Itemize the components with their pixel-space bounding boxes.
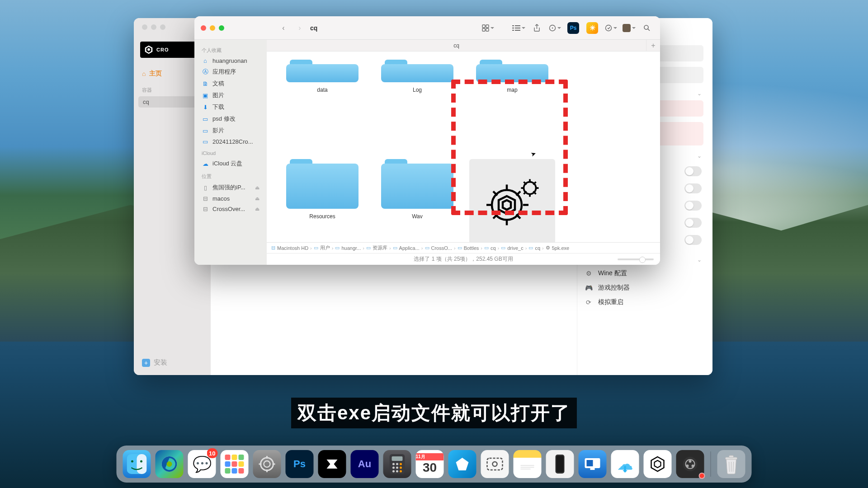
svg-point-54 — [689, 460, 692, 463]
view-mode-icon[interactable] — [481, 22, 495, 34]
dock-crossover[interactable] — [644, 450, 672, 478]
svg-rect-0 — [482, 25, 485, 28]
disk-icon: ⊟ — [202, 195, 209, 202]
folder-icon: ▭ — [425, 245, 429, 251]
sidebar-item-iphone[interactable]: ▯焦国强的iP...⏏ — [194, 182, 267, 193]
file-item-data[interactable]: data — [275, 56, 370, 155]
dock-capcut[interactable] — [318, 450, 346, 478]
zoom-slider[interactable] — [618, 258, 654, 260]
exe-icon — [469, 159, 555, 242]
dock-audition[interactable]: Au — [351, 450, 379, 478]
dock-launchpad[interactable] — [221, 450, 249, 478]
dock-trash[interactable] — [717, 450, 745, 478]
dock-separator — [711, 451, 711, 477]
sidebar-item-psd[interactable]: ▭psd 修改 — [194, 113, 267, 125]
sidebar-item-crossover-disk[interactable]: ⊟CrossOver...⏏ — [194, 204, 267, 214]
toggle-esync-switch[interactable] — [684, 201, 702, 211]
crossover-action-wine[interactable]: ⚙Wine 配置 — [583, 266, 703, 281]
folder-icon — [381, 60, 453, 82]
eject-icon[interactable]: ⏏ — [255, 206, 259, 212]
svg-point-22 — [140, 460, 142, 463]
toggle-hires-switch[interactable] — [684, 235, 702, 245]
folder-icon — [381, 159, 453, 209]
svg-marker-16 — [499, 196, 515, 214]
dock-edge[interactable] — [156, 450, 184, 478]
eject-icon[interactable]: ⏏ — [255, 196, 259, 202]
toolbar-tag-color[interactable] — [622, 22, 636, 34]
file-item-wav[interactable]: Wav — [370, 155, 465, 242]
svg-marker-17 — [503, 200, 511, 210]
action-circle-icon[interactable] — [604, 22, 618, 34]
svg-point-36 — [392, 467, 395, 469]
sidebar-item-home[interactable]: ⌂huangruonan — [194, 56, 267, 66]
svg-point-38 — [400, 467, 402, 469]
dock-cloud-download[interactable]: ☁⬇ — [611, 450, 639, 478]
svg-point-26 — [264, 461, 270, 467]
svg-rect-6 — [512, 28, 514, 28]
crossover-action-gamepad[interactable]: 🎮游戏控制器 — [583, 281, 703, 295]
svg-point-37 — [396, 467, 398, 469]
sidebar-item-pictures[interactable]: ▣图片 — [194, 89, 267, 101]
svg-point-43 — [493, 462, 497, 466]
finder-traffic-lights[interactable] — [201, 25, 224, 31]
svg-point-35 — [400, 463, 402, 465]
eject-icon[interactable]: ⏏ — [255, 185, 259, 191]
tags-icon[interactable] — [548, 22, 561, 34]
dock-settings[interactable] — [253, 450, 281, 478]
finder-pathbar[interactable]: ⊟Macintosh HD› ▭用户› ▭huangr...› ▭资源库› ▭A… — [267, 242, 660, 253]
finder-sidebar: 个人收藏 ⌂huangruonan Ⓐ应用程序 🗎文稿 ▣图片 ⬇下载 ▭psd… — [194, 40, 267, 265]
dock-eagle[interactable] — [448, 450, 476, 478]
sidebar-item-dated[interactable]: ▭20241128Cro... — [194, 136, 267, 147]
search-icon[interactable] — [640, 22, 654, 34]
file-item-resources[interactable]: Resources — [275, 155, 370, 242]
share-icon[interactable] — [530, 22, 543, 34]
video-subtitle: 双击exe启动文件就可以打开了 — [291, 398, 577, 428]
sidebar-item-documents[interactable]: 🗎文稿 — [194, 78, 267, 89]
svg-point-12 — [605, 25, 611, 31]
finder-tab-cq[interactable]: cq — [267, 40, 646, 51]
device-icon: ▯ — [202, 184, 209, 191]
group-icon[interactable] — [512, 22, 525, 34]
folder-icon: ▭ — [501, 245, 505, 251]
finder-tab-add[interactable]: + — [646, 40, 660, 51]
forward-button[interactable]: › — [294, 22, 306, 34]
sidebar-item-macos[interactable]: ⊟macos⏏ — [194, 193, 267, 204]
chevron-down-icon[interactable]: ⌄ — [697, 153, 702, 159]
dock-finder[interactable] — [123, 450, 151, 478]
svg-point-13 — [644, 25, 648, 29]
dock-iphone-mirror[interactable] — [546, 450, 574, 478]
toggle-1[interactable] — [684, 166, 702, 176]
sidebar-item-icloud[interactable]: ☁iCloud 云盘 — [194, 158, 267, 169]
file-item-map[interactable]: map — [465, 56, 560, 155]
svg-rect-9 — [515, 30, 520, 31]
dock-wechat[interactable]: 💬10 — [188, 450, 216, 478]
toggle-msync-switch[interactable] — [684, 218, 702, 228]
chevron-down-icon[interactable]: ⌄ — [697, 90, 702, 97]
disk-icon: ⊟ — [202, 206, 209, 212]
sidebar-item-downloads[interactable]: ⬇下载 — [194, 101, 267, 113]
dock-screenshot[interactable] — [481, 450, 509, 478]
file-item-5pk-exe[interactable]: 5pk.exe — [465, 155, 560, 242]
finder-tabbar: cq + — [267, 40, 660, 52]
toolbar-ps-icon[interactable]: Ps — [567, 22, 579, 34]
finder-toolbar: ‹ › cq Ps ☀ — [194, 16, 660, 40]
toggle-2[interactable] — [684, 183, 702, 193]
chevron-down-icon[interactable]: ⌄ — [697, 257, 702, 263]
crossover-action-reboot[interactable]: ⟳模拟重启 — [583, 295, 703, 310]
file-item-log[interactable]: Log — [370, 56, 465, 155]
dock-calculator[interactable] — [383, 450, 411, 478]
svg-point-55 — [686, 465, 689, 467]
dock-calendar[interactable]: 11月30 — [416, 450, 444, 478]
sidebar-item-apps[interactable]: Ⓐ应用程序 — [194, 66, 267, 78]
folder-icon — [476, 60, 548, 82]
dock-photoshop[interactable]: Ps — [286, 450, 314, 478]
sidebar-item-movies[interactable]: ▭影片 — [194, 125, 267, 136]
back-button[interactable]: ‹ — [278, 22, 289, 34]
dock-notes[interactable] — [514, 450, 542, 478]
toolbar-weather-icon[interactable]: ☀ — [586, 22, 598, 34]
folder-icon: ▭ — [335, 245, 340, 251]
finder-file-area[interactable]: data Log map Resources Wav — [267, 52, 660, 242]
dock-obs[interactable] — [676, 450, 704, 478]
dock-todesk[interactable] — [579, 450, 607, 478]
crossover-install-button[interactable]: + 安装 — [134, 350, 211, 375]
